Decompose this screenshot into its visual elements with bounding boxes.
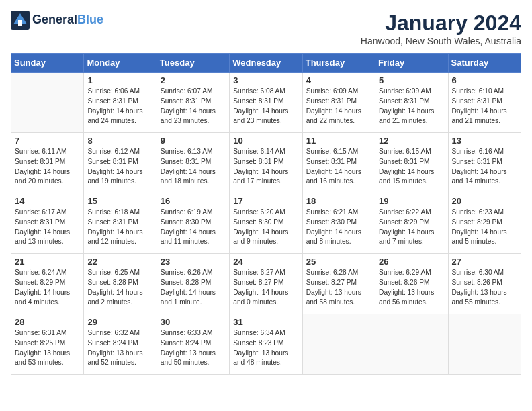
day-info: Sunrise: 6:27 AM Sunset: 8:27 PM Dayligh… [233, 268, 298, 308]
day-number: 2 [161, 75, 226, 85]
calendar-day: 30Sunrise: 6:33 AM Sunset: 8:24 PM Dayli… [157, 314, 229, 375]
day-number: 27 [452, 257, 517, 267]
calendar-day: 4Sunrise: 6:09 AM Sunset: 8:31 PM Daylig… [302, 73, 375, 133]
day-info: Sunrise: 6:15 AM Sunset: 8:31 PM Dayligh… [306, 147, 371, 187]
day-number: 19 [379, 196, 444, 206]
day-number: 9 [161, 136, 226, 146]
day-number: 6 [452, 75, 517, 85]
calendar-day: 11Sunrise: 6:15 AM Sunset: 8:31 PM Dayli… [302, 133, 375, 193]
logo: GeneralBlue [11, 11, 103, 30]
calendar-day: 21Sunrise: 6:24 AM Sunset: 8:29 PM Dayli… [11, 254, 84, 314]
calendar-day: 6Sunrise: 6:10 AM Sunset: 8:31 PM Daylig… [448, 73, 521, 133]
day-info: Sunrise: 6:15 AM Sunset: 8:31 PM Dayligh… [379, 147, 444, 187]
day-info: Sunrise: 6:23 AM Sunset: 8:29 PM Dayligh… [452, 208, 517, 247]
calendar-day [11, 73, 84, 133]
calendar-day: 25Sunrise: 6:28 AM Sunset: 8:27 PM Dayli… [302, 254, 375, 314]
month-title: January 2024 [361, 11, 521, 36]
day-info: Sunrise: 6:26 AM Sunset: 8:28 PM Dayligh… [161, 268, 226, 308]
calendar-day [302, 314, 375, 375]
day-header-thursday: Thursday [302, 54, 375, 73]
calendar-day: 13Sunrise: 6:16 AM Sunset: 8:31 PM Dayli… [448, 133, 521, 193]
calendar-day: 9Sunrise: 6:13 AM Sunset: 8:31 PM Daylig… [157, 133, 229, 193]
day-header-tuesday: Tuesday [157, 54, 229, 73]
calendar-week-2: 7Sunrise: 6:11 AM Sunset: 8:31 PM Daylig… [11, 133, 521, 193]
day-header-sunday: Sunday [11, 54, 84, 73]
calendar-day: 29Sunrise: 6:32 AM Sunset: 8:24 PM Dayli… [84, 314, 157, 375]
day-header-friday: Friday [375, 54, 448, 73]
calendar-week-4: 21Sunrise: 6:24 AM Sunset: 8:29 PM Dayli… [11, 254, 521, 314]
day-number: 17 [233, 196, 298, 206]
day-number: 8 [87, 136, 152, 146]
day-number: 24 [233, 257, 298, 267]
day-number: 12 [379, 136, 444, 146]
logo-text: GeneralBlue [32, 13, 103, 27]
calendar-header-row: SundayMondayTuesdayWednesdayThursdayFrid… [11, 54, 521, 73]
calendar-day [448, 314, 521, 375]
calendar-day: 7Sunrise: 6:11 AM Sunset: 8:31 PM Daylig… [11, 133, 84, 193]
day-number: 1 [87, 75, 152, 85]
day-number: 10 [233, 136, 298, 146]
day-number: 7 [15, 136, 80, 146]
svg-rect-2 [18, 20, 22, 26]
day-header-wednesday: Wednesday [230, 54, 302, 73]
calendar-day: 16Sunrise: 6:19 AM Sunset: 8:30 PM Dayli… [157, 193, 229, 254]
day-info: Sunrise: 6:22 AM Sunset: 8:29 PM Dayligh… [379, 208, 444, 247]
day-number: 18 [306, 196, 371, 206]
day-info: Sunrise: 6:10 AM Sunset: 8:31 PM Dayligh… [452, 87, 517, 126]
calendar-week-5: 28Sunrise: 6:31 AM Sunset: 8:25 PM Dayli… [11, 314, 521, 375]
day-number: 14 [15, 196, 80, 206]
day-info: Sunrise: 6:25 AM Sunset: 8:28 PM Dayligh… [87, 268, 152, 308]
calendar-day: 2Sunrise: 6:07 AM Sunset: 8:31 PM Daylig… [157, 73, 229, 133]
title-block: January 2024 Hanwood, New South Wales, A… [361, 11, 521, 46]
day-number: 11 [306, 136, 371, 146]
calendar-day: 8Sunrise: 6:12 AM Sunset: 8:31 PM Daylig… [84, 133, 157, 193]
day-info: Sunrise: 6:13 AM Sunset: 8:31 PM Dayligh… [161, 147, 226, 187]
calendar-day: 14Sunrise: 6:17 AM Sunset: 8:31 PM Dayli… [11, 193, 84, 254]
calendar-day: 3Sunrise: 6:08 AM Sunset: 8:31 PM Daylig… [230, 73, 302, 133]
day-header-saturday: Saturday [448, 54, 521, 73]
calendar-table: SundayMondayTuesdayWednesdayThursdayFrid… [11, 53, 521, 375]
day-number: 20 [452, 196, 517, 206]
day-number: 15 [87, 196, 152, 206]
day-info: Sunrise: 6:14 AM Sunset: 8:31 PM Dayligh… [233, 147, 298, 187]
day-header-monday: Monday [84, 54, 157, 73]
day-number: 29 [87, 317, 152, 327]
day-number: 21 [15, 257, 80, 267]
day-number: 25 [306, 257, 371, 267]
calendar-day: 1Sunrise: 6:06 AM Sunset: 8:31 PM Daylig… [84, 73, 157, 133]
day-number: 4 [306, 75, 371, 85]
day-info: Sunrise: 6:31 AM Sunset: 8:25 PM Dayligh… [15, 328, 80, 368]
calendar-day: 27Sunrise: 6:30 AM Sunset: 8:26 PM Dayli… [448, 254, 521, 314]
day-info: Sunrise: 6:29 AM Sunset: 8:26 PM Dayligh… [379, 268, 444, 308]
calendar-day: 10Sunrise: 6:14 AM Sunset: 8:31 PM Dayli… [230, 133, 302, 193]
calendar-week-1: 1Sunrise: 6:06 AM Sunset: 8:31 PM Daylig… [11, 73, 521, 133]
page-header: GeneralBlue January 2024 Hanwood, New So… [11, 11, 521, 46]
day-info: Sunrise: 6:20 AM Sunset: 8:30 PM Dayligh… [233, 208, 298, 247]
calendar-day: 28Sunrise: 6:31 AM Sunset: 8:25 PM Dayli… [11, 314, 84, 375]
calendar-body: 1Sunrise: 6:06 AM Sunset: 8:31 PM Daylig… [11, 73, 521, 375]
day-info: Sunrise: 6:28 AM Sunset: 8:27 PM Dayligh… [306, 268, 371, 308]
day-info: Sunrise: 6:08 AM Sunset: 8:31 PM Dayligh… [233, 87, 298, 126]
day-number: 3 [233, 75, 298, 85]
day-info: Sunrise: 6:30 AM Sunset: 8:26 PM Dayligh… [452, 268, 517, 308]
day-info: Sunrise: 6:09 AM Sunset: 8:31 PM Dayligh… [306, 87, 371, 126]
day-number: 13 [452, 136, 517, 146]
day-info: Sunrise: 6:12 AM Sunset: 8:31 PM Dayligh… [87, 147, 152, 187]
calendar-day: 12Sunrise: 6:15 AM Sunset: 8:31 PM Dayli… [375, 133, 448, 193]
calendar-day: 23Sunrise: 6:26 AM Sunset: 8:28 PM Dayli… [157, 254, 229, 314]
calendar-day: 17Sunrise: 6:20 AM Sunset: 8:30 PM Dayli… [230, 193, 302, 254]
day-info: Sunrise: 6:33 AM Sunset: 8:24 PM Dayligh… [161, 328, 226, 368]
day-info: Sunrise: 6:32 AM Sunset: 8:24 PM Dayligh… [87, 328, 152, 368]
calendar-day: 19Sunrise: 6:22 AM Sunset: 8:29 PM Dayli… [375, 193, 448, 254]
day-info: Sunrise: 6:11 AM Sunset: 8:31 PM Dayligh… [15, 147, 80, 187]
day-number: 31 [233, 317, 298, 327]
location: Hanwood, New South Wales, Australia [361, 36, 521, 46]
day-number: 16 [161, 196, 226, 206]
calendar-day: 22Sunrise: 6:25 AM Sunset: 8:28 PM Dayli… [84, 254, 157, 314]
day-info: Sunrise: 6:21 AM Sunset: 8:30 PM Dayligh… [306, 208, 371, 247]
day-info: Sunrise: 6:24 AM Sunset: 8:29 PM Dayligh… [15, 268, 80, 308]
day-info: Sunrise: 6:18 AM Sunset: 8:31 PM Dayligh… [87, 208, 152, 247]
day-info: Sunrise: 6:16 AM Sunset: 8:31 PM Dayligh… [452, 147, 517, 187]
day-info: Sunrise: 6:19 AM Sunset: 8:30 PM Dayligh… [161, 208, 226, 247]
calendar-day: 24Sunrise: 6:27 AM Sunset: 8:27 PM Dayli… [230, 254, 302, 314]
